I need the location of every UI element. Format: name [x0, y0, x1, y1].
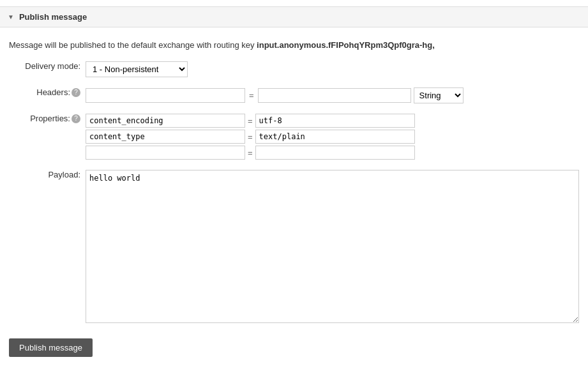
headers-value-input[interactable]: [258, 88, 411, 103]
payload-row: Payload: hello world: [0, 166, 588, 327]
properties-label-wrap: Properties: ?: [9, 114, 86, 123]
delivery-label-wrap: Delivery mode:: [9, 61, 86, 71]
properties-label: Properties:: [30, 114, 70, 123]
info-text: Message will be published to the default…: [0, 35, 588, 57]
property-key-3[interactable]: [86, 146, 245, 160]
headers-type-select[interactable]: String Number Boolean: [414, 87, 464, 103]
section-header[interactable]: ▼ Publish message: [0, 6, 588, 27]
routing-key: input.anonymous.fFIPohqYRpm3Qpf0gra-hg,: [257, 40, 435, 50]
collapse-icon[interactable]: ▼: [8, 13, 14, 20]
property-value-1[interactable]: [255, 114, 415, 128]
headers-equals: =: [248, 91, 255, 100]
delivery-mode-label: Delivery mode:: [25, 61, 80, 71]
payload-label-wrap: Payload:: [9, 170, 86, 179]
property-row-1: =: [86, 114, 415, 128]
property-row-2: =: [86, 130, 415, 144]
properties-help-icon[interactable]: ?: [72, 114, 80, 123]
delivery-mode-row: Delivery mode: 1 - Non-persistent 2 - Pe…: [0, 57, 588, 81]
headers-controls: = String Number Boolean: [86, 87, 464, 103]
delivery-mode-controls: 1 - Non-persistent 2 - Persistent: [86, 61, 579, 77]
property-equals-3: =: [246, 148, 254, 158]
property-equals-2: =: [246, 132, 254, 142]
publish-message-button[interactable]: Publish message: [9, 338, 93, 357]
payload-textarea[interactable]: hello world: [86, 170, 579, 323]
headers-label-wrap: Headers: ?: [9, 87, 86, 97]
delivery-mode-select[interactable]: 1 - Non-persistent 2 - Persistent: [86, 61, 188, 77]
property-key-1[interactable]: [86, 114, 245, 128]
page-container: ▼ Publish message Message will be publis…: [0, 0, 588, 372]
property-row-3: =: [86, 146, 415, 160]
property-value-2[interactable]: [255, 130, 415, 144]
properties-row: Properties: ? = = =: [0, 110, 588, 163]
headers-key-input[interactable]: [86, 88, 245, 103]
property-equals-1: =: [246, 116, 254, 126]
payload-label: Payload:: [48, 170, 80, 179]
headers-label: Headers:: [36, 87, 70, 97]
properties-container: = = =: [86, 114, 415, 160]
section-title: Publish message: [19, 12, 87, 22]
headers-row: Headers: ? = String Number Boolean: [0, 84, 588, 107]
property-key-2[interactable]: [86, 130, 245, 144]
headers-help-icon[interactable]: ?: [72, 88, 80, 97]
info-text-before: Message will be published to the default…: [9, 40, 257, 50]
property-value-3[interactable]: [255, 146, 415, 160]
